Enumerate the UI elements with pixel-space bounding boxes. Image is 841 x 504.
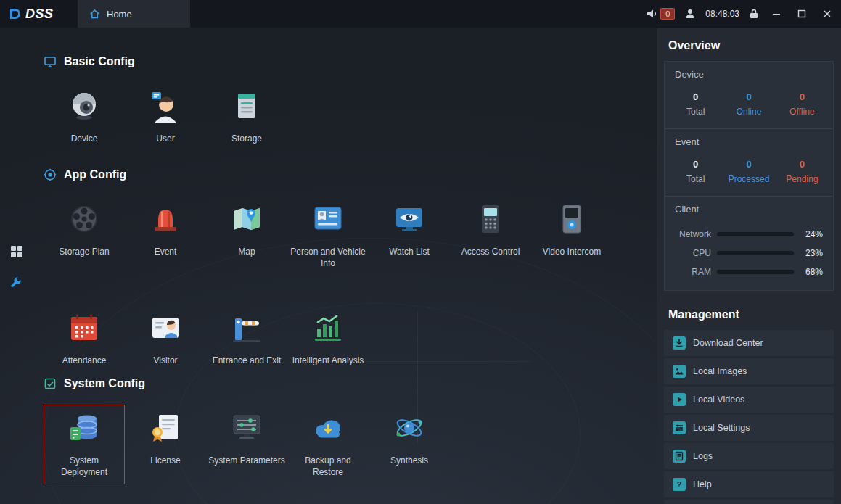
- management-item-local-images[interactable]: Local Images: [664, 358, 834, 384]
- event-icon: [147, 201, 184, 237]
- logs-icon: [673, 450, 686, 463]
- maximize-button[interactable]: [794, 6, 810, 22]
- client-title: Client: [665, 197, 833, 219]
- storage-icon: [229, 88, 265, 124]
- stat-label: Offline: [776, 107, 829, 117]
- minimize-button[interactable]: [768, 6, 784, 22]
- home-icon: [89, 9, 100, 20]
- stat-label: Processed: [722, 174, 775, 184]
- stat-value: 0: [722, 159, 775, 170]
- app-tile-watch-list[interactable]: Watch List: [369, 196, 450, 276]
- config-tools-button[interactable]: [10, 276, 23, 292]
- system-parameters-icon: [229, 410, 265, 446]
- management-item-download-center[interactable]: Download Center: [664, 330, 834, 356]
- section-basic-config: Basic Config Device User Storage: [44, 55, 624, 180]
- clock: 08:48:03: [705, 9, 739, 19]
- app-tile-system-parameters[interactable]: System Parameters: [206, 405, 287, 484]
- app-tile-storage[interactable]: Storage: [206, 83, 287, 151]
- network-meter: Network 24%: [675, 229, 823, 239]
- stat-value: 0: [669, 159, 722, 170]
- titlebar-controls: 0 08:48:03: [646, 6, 841, 22]
- license-icon: [147, 410, 184, 446]
- ram-progress-track: [717, 270, 794, 274]
- app-tile-video-intercom[interactable]: Video Intercom: [531, 196, 612, 276]
- section-title: System Config: [64, 377, 145, 390]
- basic-config-icon: [44, 55, 57, 68]
- system-config-icon: [44, 377, 57, 390]
- cpu-meter: CPU 23%: [675, 248, 823, 258]
- maximize-icon: [796, 8, 808, 20]
- management-title: Management: [657, 291, 841, 330]
- device-stats-section: Device 0 Total 0 Online 0 Offline: [665, 62, 833, 128]
- home-workspace: Basic Config Device User Storage App Con…: [0, 28, 657, 504]
- dss-logo-icon: [9, 7, 22, 20]
- app-tile-entrance-and-exit[interactable]: Entrance and Exit: [206, 305, 287, 373]
- management-item-help[interactable]: ? Help: [664, 471, 834, 497]
- app-tile-label: Video Intercom: [533, 246, 610, 257]
- help-icon: ?: [673, 478, 686, 491]
- app-tile-label: Storage Plan: [46, 246, 123, 257]
- event-pending-stat: 0 Pending: [776, 159, 829, 184]
- device-online-stat: 0 Online: [722, 91, 775, 117]
- app-tile-visitor[interactable]: Visitor: [125, 305, 206, 373]
- app-tile-access-control[interactable]: Access Control: [450, 196, 531, 276]
- app-tile-system-deployment[interactable]: System Deployment: [44, 405, 125, 484]
- management-item-quick-commands[interactable]: Quick Commands: [664, 500, 834, 504]
- app-tile-license[interactable]: License: [125, 405, 206, 484]
- close-icon: [821, 8, 833, 20]
- app-tile-label: Device: [46, 133, 123, 144]
- alarm-count-badge[interactable]: 0: [660, 8, 675, 20]
- event-stats-title: Event: [665, 129, 833, 152]
- apps-grid-button[interactable]: [10, 245, 23, 261]
- app-tile-event[interactable]: Event: [125, 196, 206, 276]
- management-item-label: Help: [693, 479, 712, 489]
- app-tile-backup-and-restore[interactable]: Backup and Restore: [287, 405, 369, 484]
- overview-title: Overview: [657, 28, 841, 61]
- app-tile-intelligent-analysis[interactable]: Intelligent Analysis: [287, 305, 369, 373]
- management-item-local-settings[interactable]: Local Settings: [664, 415, 834, 441]
- app-tile-map[interactable]: Map: [206, 196, 287, 276]
- wrench-icon: [10, 276, 23, 289]
- alarm-sound-group: 0: [646, 8, 675, 20]
- stat-label: Total: [669, 174, 722, 184]
- app-tile-user[interactable]: User: [125, 83, 206, 151]
- lock-icon[interactable]: [749, 8, 759, 20]
- meter-label: CPU: [675, 248, 711, 258]
- apps-grid-icon: [10, 245, 23, 258]
- app-tile-label: License: [127, 455, 204, 466]
- watch-list-icon: [391, 201, 427, 237]
- event-total-stat: 0 Total: [669, 159, 722, 184]
- app-tile-attendance[interactable]: Attendance: [44, 305, 125, 373]
- user-account-icon[interactable]: [684, 8, 696, 20]
- app-tile-label: Person and Vehicle Info: [290, 246, 366, 269]
- app-tile-person-and-vehicle-info[interactable]: Person and Vehicle Info: [287, 196, 369, 276]
- download-center-icon: [673, 336, 686, 350]
- person-and-vehicle-info-icon: [310, 201, 346, 237]
- video-intercom-icon: [554, 201, 590, 237]
- management-item-logs[interactable]: Logs: [664, 443, 834, 469]
- meter-label: Network: [675, 229, 711, 239]
- storage-plan-icon: [66, 201, 102, 237]
- backup-and-restore-icon: [310, 410, 346, 446]
- stat-value: 0: [776, 91, 829, 102]
- section-title: App Config: [64, 168, 126, 181]
- section-system-config: System Config System Deployment License …: [44, 377, 624, 504]
- app-tile-label: Access Control: [452, 246, 529, 257]
- management-item-local-videos[interactable]: Local Videos: [664, 387, 834, 413]
- section-title: Basic Config: [64, 55, 135, 68]
- management-item-label: Logs: [693, 451, 713, 461]
- tab-home-label: Home: [107, 9, 132, 20]
- meter-percent: 68%: [800, 267, 823, 277]
- cpu-progress-track: [717, 251, 794, 255]
- app-tile-synthesis[interactable]: Synthesis: [369, 405, 450, 484]
- close-button[interactable]: [819, 6, 835, 22]
- speaker-icon[interactable]: [646, 8, 657, 20]
- user-icon: [147, 88, 184, 124]
- app-tile-storage-plan[interactable]: Storage Plan: [44, 196, 125, 276]
- app-tile-device[interactable]: Device: [44, 83, 125, 151]
- local-videos-icon: [673, 393, 686, 406]
- stat-value: 0: [669, 91, 722, 102]
- tab-home[interactable]: Home: [78, 0, 190, 28]
- management-item-label: Download Center: [693, 338, 763, 348]
- device-total-stat: 0 Total: [669, 91, 722, 117]
